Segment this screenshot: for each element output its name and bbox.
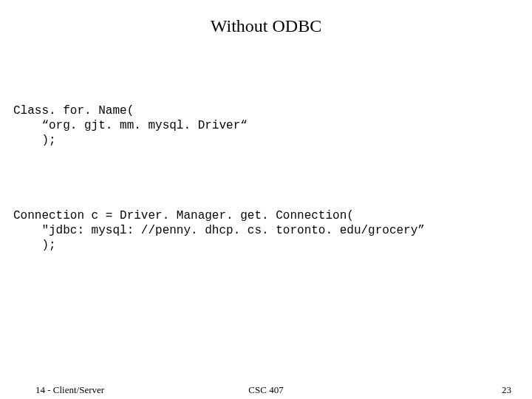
code-line: ); [13, 134, 56, 147]
slide-title: Without ODBC [0, 16, 532, 36]
slide: Without ODBC Class. for. Name( “org. gjt… [0, 0, 532, 399]
code-line: “org. gjt. mm. mysql. Driver“ [13, 119, 248, 132]
footer-center: CSC 407 [0, 384, 532, 396]
code-line: Connection c = Driver. Manager. get. Con… [13, 209, 354, 222]
code-line: "jdbc: mysql: //penny. dhcp. cs. toronto… [13, 224, 425, 237]
code-line: Class. for. Name( [13, 104, 134, 117]
code-block-1: Class. for. Name( “org. gjt. mm. mysql. … [13, 89, 248, 148]
code-block-2: Connection c = Driver. Manager. get. Con… [13, 194, 425, 253]
code-line: ); [13, 239, 56, 252]
footer-right: 23 [502, 384, 511, 396]
